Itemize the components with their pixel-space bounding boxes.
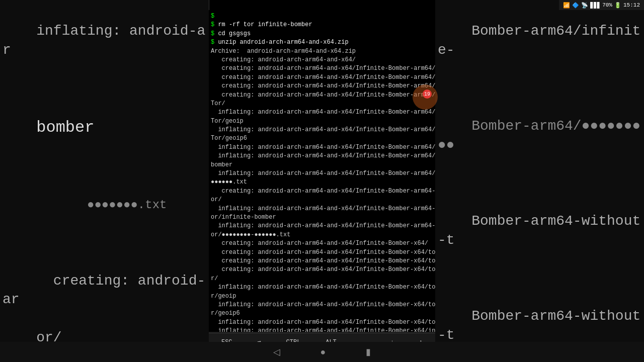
r-geoip: r/geoip xyxy=(211,293,236,300)
recents-button[interactable]: ▮ xyxy=(366,346,371,357)
infbomber-1: or/infinite-bomber xyxy=(211,214,276,221)
create-1: creating: android-arch-arm64-and-x64/ xyxy=(211,56,356,63)
r-1: r/ xyxy=(211,275,218,282)
create-5: creating: android-arch-arm64-and-x64/Inf… xyxy=(211,92,435,99)
status-icons: 📶 🔷 📡 ▊▊▊ 70% 🔋 15:12 xyxy=(563,2,640,9)
status-bar: 📶 🔷 📡 ▊▊▊ 70% 🔋 15:12 xyxy=(559,0,644,10)
nav-bar: ◁ ● ▮ xyxy=(0,342,644,362)
create-9: creating: android-arch-arm64-and-x64/Inf… xyxy=(211,257,435,264)
create-3: creating: android-arch-arm64-and-x64/Inf… xyxy=(211,74,435,81)
battery-level: 70% xyxy=(602,2,612,8)
txt-1: ●●●●●●.txt xyxy=(211,178,247,186)
wifi-icon: 📶 xyxy=(563,2,570,9)
back-button[interactable]: ◁ xyxy=(273,346,280,357)
archive-line: Archive: android-arch-arm64-and-x64.zip xyxy=(211,48,356,55)
create-6: creating: android-arch-arm64-and-x64/Inf… xyxy=(211,188,435,195)
inflate-7: inflating: android-arch-arm64-and-x64/In… xyxy=(211,222,435,229)
or-1: or/ xyxy=(211,196,222,203)
signal-bars: ▊▊▊ xyxy=(590,2,600,9)
inflate-5: inflating: android-arch-arm64-and-x64/In… xyxy=(211,170,435,177)
clock: 15:12 xyxy=(623,2,640,8)
prompt-2: $ xyxy=(211,21,214,28)
inflate-9: inflating: android-arch-arm64-and-x64/In… xyxy=(211,301,435,308)
prompt-3: $ xyxy=(211,30,214,37)
bluetooth-icon: 🔷 xyxy=(572,2,579,9)
create-2: creating: android-arch-arm64-and-x64/Inf… xyxy=(211,65,435,72)
create-7: creating: android-arch-arm64-and-x64/Inf… xyxy=(211,240,428,247)
inflate-2: inflating: android-arch-arm64-and-x64/In… xyxy=(211,126,435,133)
r-geoip6: r/geoip6 xyxy=(211,310,240,317)
geoip-1: Tor/geoip xyxy=(211,118,244,125)
home-button[interactable]: ● xyxy=(320,347,326,357)
left-terminal-panel: inflating: android-ar bomber ●●●●●●●.txt… xyxy=(0,0,209,362)
inflate-1: inflating: android-arch-arm64-and-x64/In… xyxy=(211,109,435,116)
tor-line: Tor/ xyxy=(211,100,225,107)
battery-icon: 🔋 xyxy=(614,2,621,9)
signal-icon: 📡 xyxy=(581,2,588,9)
inflate-8: inflating: android-arch-arm64-and-x64/In… xyxy=(211,284,435,291)
prompt-1: $ xyxy=(211,13,214,20)
cmd-3: cd gsgsgs xyxy=(218,30,251,37)
create-8: creating: android-arch-arm64-and-x64/Inf… xyxy=(211,249,435,256)
geoip6-1: Tor/geoip6 xyxy=(211,135,247,142)
create-10: creating: android-arch-arm64-and-x64/Inf… xyxy=(211,266,435,273)
txt-2: or/●●●●●●●●-●●●●●●.txt xyxy=(211,231,290,238)
create-4: creating: android-arch-arm64-and-x64/Inf… xyxy=(211,82,435,89)
left-terminal-text: inflating: android-ar bomber ●●●●●●●.txt… xyxy=(3,3,206,362)
inflate-4: inflating: android-arch-arm64-and-x64/In… xyxy=(211,152,435,159)
cmd-4: unzip android-arch-arm64-and-x64.zip xyxy=(218,39,348,46)
right-terminal-panel: Bomber-arm64/infinite- Bomber-arm64/●●●●… xyxy=(435,0,644,342)
right-terminal-text: Bomber-arm64/infinite- Bomber-arm64/●●●●… xyxy=(438,3,641,342)
cmd-2: rm -rf tor infinite-bomber xyxy=(218,21,312,28)
prompt-4: $ xyxy=(211,39,214,46)
inflate-3: inflating: android-arch-arm64-and-x64/In… xyxy=(211,144,435,151)
inflate-6: inflating: android-arch-arm64-and-x64/In… xyxy=(211,205,435,212)
main-terminal-text: $ $ rm -rf tor infinite-bomber $ cd gsgs… xyxy=(211,12,433,342)
main-terminal-panel: $ $ rm -rf tor infinite-bomber $ cd gsgs… xyxy=(209,10,435,342)
bomber-1: bomber xyxy=(211,161,232,168)
notification-dot: 19 xyxy=(423,89,432,99)
inflate-10: inflating: android-arch-arm64-and-x64/In… xyxy=(211,319,435,326)
